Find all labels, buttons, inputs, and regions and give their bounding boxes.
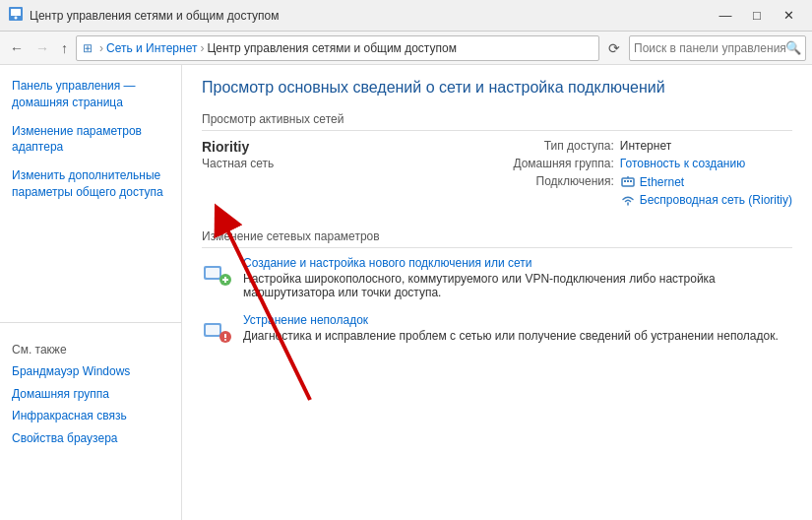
- svg-rect-11: [206, 268, 219, 278]
- connections-list: Ethernet Беспроводная сеть (Rioritiy): [620, 174, 792, 210]
- address-bar: ← → ↑ ⊞ › Сеть и Интернет › Центр управл…: [0, 32, 812, 65]
- sidebar-link-infrared[interactable]: Инфракрасная связь: [0, 405, 181, 427]
- sidebar-link-adapter[interactable]: Изменение параметров адаптера: [0, 120, 181, 160]
- search-input[interactable]: [634, 41, 785, 55]
- maximize-button[interactable]: □: [741, 4, 773, 28]
- sidebar-link-browser[interactable]: Свойства браузера: [0, 427, 181, 450]
- active-networks-label: Просмотр активных сетей: [202, 112, 792, 131]
- troubleshoot-desc: Диагностика и исправление проблем с сеть…: [243, 329, 779, 343]
- back-button[interactable]: ←: [6, 38, 28, 58]
- up-button[interactable]: ↑: [57, 38, 72, 58]
- connection-ethernet: Ethernet: [620, 174, 792, 190]
- svg-point-2: [15, 17, 18, 20]
- forward-button[interactable]: →: [31, 38, 53, 58]
- svg-rect-6: [624, 180, 626, 182]
- wifi-link[interactable]: Беспроводная сеть (Rioritiy): [640, 193, 792, 207]
- svg-rect-16: [206, 325, 219, 335]
- minimize-button[interactable]: —: [710, 4, 741, 28]
- network-name: Rioritiy: [202, 139, 486, 155]
- title-bar-controls: — □ ✕: [710, 4, 804, 28]
- main-layout: Панель управления — домашняя страница Из…: [0, 65, 812, 520]
- sidebar-link-sharing[interactable]: Изменить дополнительные параметры общего…: [0, 164, 181, 204]
- search-bar: 🔍: [629, 35, 806, 61]
- ethernet-link[interactable]: Ethernet: [640, 175, 684, 189]
- sidebar-divider: [0, 322, 181, 323]
- troubleshoot-icon: [202, 315, 233, 347]
- active-networks: Rioritiy Частная сеть Тип доступа: Интер…: [202, 139, 792, 210]
- connection-wifi: Беспроводная сеть (Rioritiy): [620, 192, 792, 208]
- ethernet-icon: [620, 174, 636, 190]
- create-connection-icon: [202, 258, 233, 290]
- network-details: Тип доступа: Интернет Домашняя группа: Г…: [506, 139, 792, 210]
- network-type: Частная сеть: [202, 157, 486, 170]
- breadcrumb-sep1: ›: [99, 41, 103, 55]
- refresh-button[interactable]: ⟳: [603, 38, 625, 58]
- see-also-label: См. также: [0, 331, 181, 360]
- home-group-row: Домашняя группа: Готовность к созданию: [506, 157, 792, 170]
- sidebar-link-firewall[interactable]: Брандмауэр Windows: [0, 360, 181, 383]
- connections-row: Подключения:: [506, 174, 792, 210]
- breadcrumb: ⊞ › Сеть и Интернет › Центр управления с…: [76, 35, 599, 61]
- title-bar: Центр управления сетями и общим доступом…: [0, 0, 812, 32]
- breadcrumb-link-1[interactable]: Сеть и Интернет: [106, 41, 197, 55]
- wifi-icon: [620, 192, 636, 208]
- access-type-value: Интернет: [620, 139, 671, 153]
- window-title: Центр управления сетями и общим доступом: [30, 9, 280, 23]
- page-title: Просмотр основных сведений о сети и наст…: [202, 79, 792, 97]
- sidebar: Панель управления — домашняя страница Из…: [0, 65, 182, 520]
- content: Просмотр основных сведений о сети и наст…: [182, 65, 812, 520]
- home-group-label: Домашняя группа:: [506, 157, 614, 170]
- breadcrumb-sep2: ›: [200, 41, 204, 55]
- network-info: Rioritiy Частная сеть: [202, 139, 486, 170]
- search-icon: 🔍: [785, 40, 801, 55]
- settings-item-troubleshoot: Устранение неполадок Диагностика и испра…: [202, 313, 792, 347]
- sidebar-link-home[interactable]: Панель управления — домашняя страница: [0, 75, 181, 114]
- settings-text-troubleshoot: Устранение неполадок Диагностика и испра…: [243, 313, 792, 343]
- close-button[interactable]: ✕: [773, 4, 804, 28]
- breadcrumb-root-icon: ⊞: [83, 41, 93, 55]
- app-icon: [8, 6, 24, 25]
- create-connection-desc: Настройка широкополосного, коммутируемог…: [243, 272, 716, 299]
- svg-rect-7: [627, 180, 629, 182]
- connections-label: Подключения:: [506, 174, 614, 188]
- sidebar-link-homegroup[interactable]: Домашняя группа: [0, 383, 181, 406]
- change-settings-label: Изменение сетевых параметров: [202, 229, 792, 248]
- access-type-label: Тип доступа:: [506, 139, 614, 153]
- svg-point-19: [224, 339, 226, 341]
- home-group-link[interactable]: Готовность к созданию: [620, 157, 745, 170]
- settings-item-create: Создание и настройка нового подключения …: [202, 256, 792, 299]
- title-bar-left: Центр управления сетями и общим доступом: [8, 6, 280, 25]
- settings-text-create: Создание и настройка нового подключения …: [243, 256, 792, 299]
- svg-rect-1: [11, 9, 21, 16]
- create-connection-link[interactable]: Создание и настройка нового подключения …: [243, 256, 792, 270]
- breadcrumb-current: Центр управления сетями и общим доступом: [207, 41, 457, 55]
- svg-rect-8: [630, 180, 632, 182]
- change-settings: Изменение сетевых параметров Создание и …: [202, 229, 792, 347]
- troubleshoot-link[interactable]: Устранение неполадок: [243, 313, 792, 327]
- access-type-row: Тип доступа: Интернет: [506, 139, 792, 153]
